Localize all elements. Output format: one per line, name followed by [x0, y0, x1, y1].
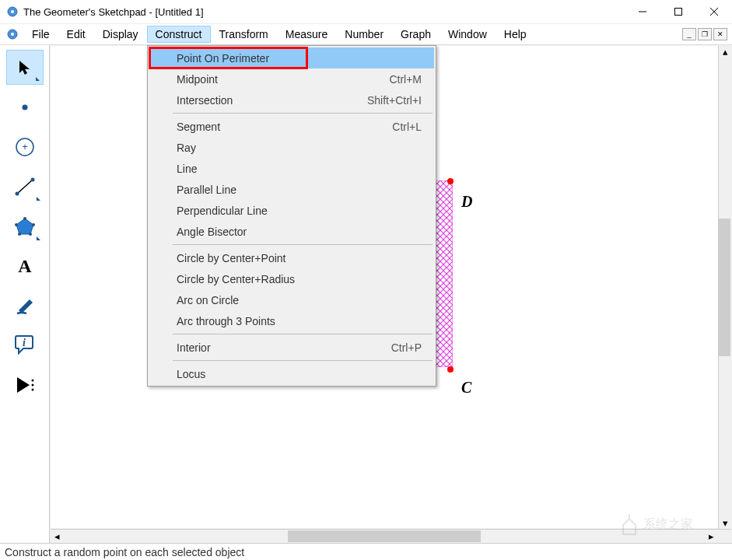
svg-point-1: [11, 10, 14, 13]
menu-item-label: Segment: [177, 121, 220, 133]
watermark: 系统之家: [617, 508, 726, 541]
scroll-thumb[interactable]: [288, 530, 480, 542]
tool-polygon[interactable]: [6, 208, 44, 243]
menu-item-ray[interactable]: Ray: [149, 137, 434, 158]
menu-item-label: Perpendicular Line: [177, 205, 268, 217]
svg-point-8: [22, 104, 27, 110]
menu-item-segment[interactable]: SegmentCtrl+L: [149, 116, 434, 137]
toolbox: + A i: [0, 45, 50, 543]
point-c[interactable]: [447, 366, 454, 373]
menu-item-label: Point On Perimeter: [177, 52, 269, 65]
svg-point-16: [32, 223, 35, 226]
menu-item-label: Locus: [177, 368, 205, 380]
menu-item-label: Line: [177, 163, 197, 175]
menu-item-circle-by-center-point[interactable]: Circle by Center+Point: [149, 247, 434, 268]
menu-item-label: Angle Bisector: [177, 226, 247, 238]
menu-transform[interactable]: Transform: [211, 26, 277, 43]
mdi-close-button[interactable]: ✕: [713, 28, 727, 40]
point-label-c[interactable]: C: [461, 379, 471, 397]
menu-file[interactable]: File: [23, 26, 58, 43]
menu-item-arc-through-3-points[interactable]: Arc through 3 Points: [149, 310, 434, 331]
menu-item-perpendicular-line[interactable]: Perpendicular Line: [149, 200, 434, 221]
menu-item-angle-bisector[interactable]: Angle Bisector: [149, 221, 434, 242]
construct-dropdown: Point On PerimeterMidpointCtrl+MIntersec…: [147, 45, 436, 387]
svg-rect-3: [675, 9, 682, 16]
menu-item-label: Parallel Line: [177, 184, 236, 196]
menu-item-point-on-perimeter[interactable]: Point On Perimeter: [149, 47, 434, 68]
scroll-up-button[interactable]: ▴: [719, 46, 732, 58]
menu-graph[interactable]: Graph: [392, 26, 440, 43]
svg-rect-27: [434, 180, 453, 367]
tool-custom[interactable]: [6, 367, 44, 402]
maximize-button[interactable]: [660, 0, 696, 23]
menu-separator: [173, 113, 433, 114]
svg-point-22: [31, 379, 33, 381]
tool-marker[interactable]: [6, 288, 44, 323]
svg-point-18: [18, 233, 21, 236]
tool-compass[interactable]: +: [6, 129, 44, 164]
close-button[interactable]: [696, 0, 732, 23]
menu-item-label: Interior: [177, 341, 211, 354]
svg-point-15: [23, 217, 26, 220]
svg-text:系统之家: 系统之家: [643, 517, 693, 530]
svg-point-24: [31, 388, 33, 390]
svg-text:+: +: [22, 141, 28, 152]
mdi-restore-button[interactable]: ❐: [698, 28, 712, 40]
flyout-indicator-icon: [37, 236, 40, 240]
status-text: Construct a random point on each selecte…: [5, 546, 244, 558]
menu-measure[interactable]: Measure: [277, 26, 336, 43]
point-d[interactable]: [447, 178, 454, 184]
tool-straightedge[interactable]: [6, 169, 44, 204]
menu-bar: File Edit Display Construct Transform Me…: [0, 24, 732, 45]
flyout-indicator-icon: [36, 77, 40, 81]
menu-display[interactable]: Display: [94, 26, 147, 43]
menu-item-shortcut: Ctrl+P: [391, 341, 422, 354]
menu-item-midpoint[interactable]: MidpointCtrl+M: [149, 68, 434, 89]
scroll-thumb[interactable]: [719, 219, 730, 356]
tool-arrow[interactable]: [6, 50, 44, 85]
menu-number[interactable]: Number: [336, 26, 392, 43]
menu-item-arc-on-circle[interactable]: Arc on Circle: [149, 289, 434, 310]
menu-separator: [173, 360, 433, 361]
menu-item-label: Midpoint: [177, 73, 218, 86]
mdi-minimize-button[interactable]: _: [682, 28, 696, 40]
svg-point-12: [15, 191, 19, 195]
tool-text[interactable]: A: [6, 248, 44, 283]
menu-item-locus[interactable]: Locus: [149, 363, 434, 384]
polygon-interior[interactable]: [434, 180, 453, 367]
app-icon: [6, 5, 19, 18]
title-bar: The Geometer's Sketchpad - [Untitled 1]: [0, 0, 732, 24]
point-label-d[interactable]: D: [461, 193, 472, 211]
menu-item-label: Arc on Circle: [177, 294, 239, 306]
minimize-button[interactable]: [625, 0, 660, 23]
menu-item-intersection[interactable]: IntersectionShift+Ctrl+I: [149, 89, 434, 110]
svg-point-23: [31, 383, 33, 386]
vertical-scrollbar[interactable]: ▴ ▾: [718, 46, 731, 529]
menu-item-parallel-line[interactable]: Parallel Line: [149, 179, 434, 200]
svg-text:i: i: [23, 337, 26, 348]
tool-info[interactable]: i: [6, 327, 44, 362]
menu-item-line[interactable]: Line: [149, 158, 434, 179]
svg-marker-14: [16, 219, 33, 234]
svg-point-19: [15, 223, 18, 226]
menu-item-shortcut: Ctrl+L: [392, 121, 422, 133]
menu-help[interactable]: Help: [496, 26, 535, 43]
svg-point-13: [30, 177, 34, 181]
menu-item-shortcut: Shift+Ctrl+I: [367, 94, 422, 107]
menu-item-circle-by-center-radius[interactable]: Circle by Center+Radius: [149, 268, 434, 289]
tool-point[interactable]: [6, 89, 44, 124]
status-bar: Construct a random point on each selecte…: [0, 543, 732, 560]
menu-item-interior[interactable]: InteriorCtrl+P: [149, 337, 434, 358]
menu-window[interactable]: Window: [440, 26, 496, 43]
svg-point-17: [29, 233, 32, 236]
scroll-left-button[interactable]: ◂: [51, 530, 64, 542]
menu-edit[interactable]: Edit: [58, 26, 94, 43]
menu-construct[interactable]: Construct: [147, 26, 211, 43]
menu-item-shortcut: Ctrl+M: [389, 73, 422, 86]
document-icon: [6, 28, 19, 40]
menu-separator: [173, 244, 433, 245]
svg-point-7: [11, 33, 14, 36]
menu-separator: [173, 334, 433, 334]
menu-item-label: Ray: [177, 142, 196, 154]
svg-text:A: A: [18, 256, 32, 276]
